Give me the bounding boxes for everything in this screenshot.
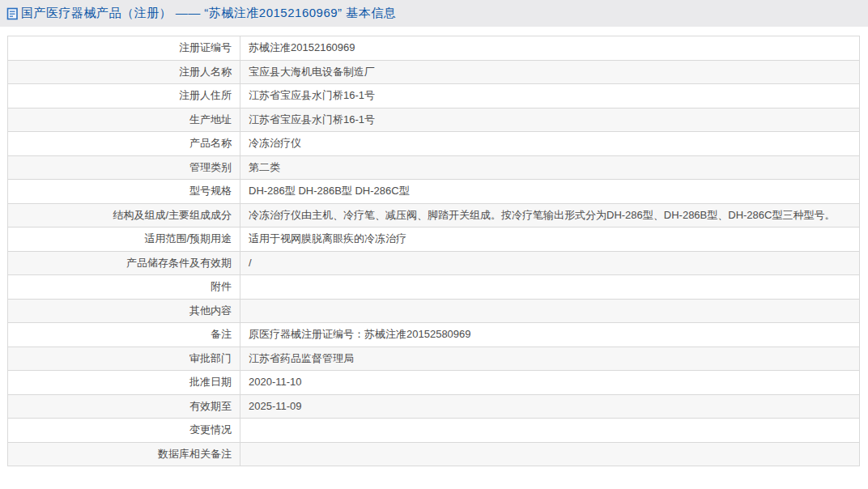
table-row: 结构及组成/主要组成成分冷冻治疗仪由主机、冷疗笔、减压阀、脚踏开关组成。按冷疗笔…: [8, 203, 860, 227]
field-value: 原医疗器械注册证编号：苏械注准20152580969: [240, 323, 860, 347]
table-row: 审批部门江苏省药品监督管理局: [8, 347, 860, 371]
field-label: 其他内容: [8, 299, 240, 323]
table-row: 备注原医疗器械注册证编号：苏械注准20152580969: [8, 323, 860, 347]
table-row: 注册证编号苏械注准20152160969: [8, 36, 860, 61]
field-value: /: [240, 251, 860, 275]
field-label: 注册人名称: [8, 60, 240, 84]
document-icon: [6, 7, 19, 20]
field-label: 附件: [8, 275, 240, 300]
field-value: 冷冻治疗仪: [240, 132, 860, 156]
field-value: [240, 299, 860, 323]
field-label: 有效期至: [8, 394, 240, 419]
page-header: 国产医疗器械产品（注册） —— “苏械注准20152160969” 基本信息: [0, 0, 868, 27]
field-value: 江苏省药品监督管理局: [240, 347, 860, 371]
table-row: 管理类别第二类: [8, 155, 860, 180]
field-label: 备注: [8, 323, 240, 347]
field-label: 产品名称: [8, 132, 240, 156]
field-value: 2020-11-10: [240, 371, 860, 395]
field-value: DH-286型 DH-286B型 DH-286C型: [240, 180, 860, 204]
field-label: 结构及组成/主要组成成分: [8, 203, 240, 227]
table-row: 其他内容: [8, 299, 860, 323]
field-value: 宝应县大海机电设备制造厂: [240, 60, 860, 84]
field-label: 适用范围/预期用途: [8, 227, 240, 252]
record-table-body: 注册证编号苏械注准20152160969注册人名称宝应县大海机电设备制造厂注册人…: [8, 36, 860, 466]
field-label: 产品储存条件及有效期: [8, 251, 240, 275]
field-label: 型号规格: [8, 180, 240, 204]
table-row: 产品储存条件及有效期/: [8, 251, 860, 275]
table-row: 注册人名称宝应县大海机电设备制造厂: [8, 60, 860, 84]
field-label: 审批部门: [8, 347, 240, 371]
table-row: 附件: [8, 275, 860, 300]
table-row: 型号规格DH-286型 DH-286B型 DH-286C型: [8, 180, 860, 204]
field-label: 管理类别: [8, 155, 240, 180]
field-value: 江苏省宝应县水门桥16-1号: [240, 108, 860, 132]
field-value: 冷冻治疗仪由主机、冷疗笔、减压阀、脚踏开关组成。按冷疗笔输出形式分为DH-286…: [240, 203, 860, 227]
field-label: 生产地址: [8, 108, 240, 132]
field-value: 第二类: [240, 155, 860, 180]
table-row: 变更情况: [8, 419, 860, 443]
field-value: 2025-11-09: [240, 394, 860, 419]
table-row: 数据库相关备注: [8, 442, 860, 466]
table-row: 有效期至2025-11-09: [8, 394, 860, 419]
record-table: 注册证编号苏械注准20152160969注册人名称宝应县大海机电设备制造厂注册人…: [7, 36, 860, 466]
page-title: 国产医疗器械产品（注册） —— “苏械注准20152160969” 基本信息: [21, 6, 396, 21]
table-row: 注册人住所江苏省宝应县水门桥16-1号: [8, 84, 860, 108]
table-row: 生产地址江苏省宝应县水门桥16-1号: [8, 108, 860, 132]
field-label: 变更情况: [8, 419, 240, 443]
field-value: [240, 419, 860, 443]
field-label: 数据库相关备注: [8, 442, 240, 466]
field-label: 注册人住所: [8, 84, 240, 108]
field-value: 苏械注准20152160969: [240, 36, 860, 61]
table-row: 适用范围/预期用途适用于视网膜脱离眼疾的冷冻治疗: [8, 227, 860, 252]
field-value: [240, 442, 860, 466]
field-value: 江苏省宝应县水门桥16-1号: [240, 84, 860, 108]
field-value: [240, 275, 860, 300]
table-row: 批准日期2020-11-10: [8, 371, 860, 395]
table-row: 产品名称冷冻治疗仪: [8, 132, 860, 156]
field-value: 适用于视网膜脱离眼疾的冷冻治疗: [240, 227, 860, 252]
field-label: 批准日期: [8, 371, 240, 395]
field-label: 注册证编号: [8, 36, 240, 61]
